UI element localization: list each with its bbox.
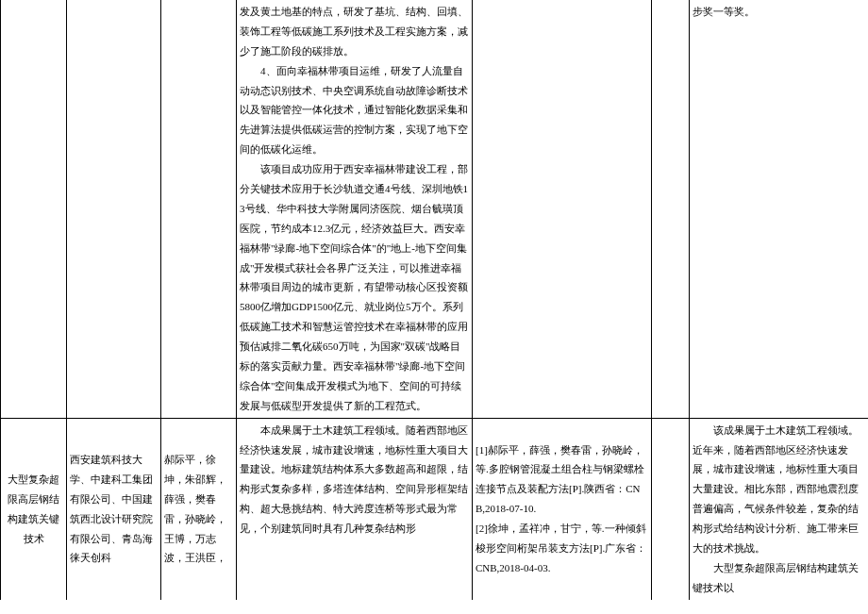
r1-c4-p2: 4、面向幸福林带项目运维，研发了人流量自动动态识别技术、中央空调系统自动故障诊断… — [240, 61, 469, 159]
r2-c7-p2: 大型复杂超限高层钢结构建筑关键技术以 — [693, 558, 865, 598]
cell-r2-c3: 郝际平，徐坤，朱邵辉，薛强，樊春雷，孙晓岭，王博，万志波，王洪臣， — [161, 418, 237, 600]
r2-c2-text: 西安建筑科技大学、中建科工集团有限公司、中国建筑西北设计研究院有限公司、青岛海徕… — [70, 454, 153, 563]
r2-c5-ref1: [1]郝际平，薛强，樊春雷，孙晓岭，等.多腔钢管混凝土组合柱与钢梁螺栓连接节点及… — [476, 444, 644, 515]
cell-r1-c6 — [652, 0, 690, 418]
cell-r2-c4: 本成果属于土木建筑工程领域。随着西部地区经济快速发展，城市建设增速，地标性重大项… — [237, 418, 473, 600]
r1-c7-text: 步奖一等奖。 — [693, 6, 755, 17]
cell-r1-c2 — [67, 0, 161, 418]
cell-r2-c1: 大型复杂超限高层钢结构建筑关键技术 — [1, 418, 67, 600]
r2-c3-text: 郝际平，徐坤，朱邵辉，薛强，樊春雷，孙晓岭，王博，万志波，王洪臣， — [164, 454, 226, 563]
cell-r2-c6 — [652, 418, 690, 600]
r2-c7-p1: 该成果属于土木建筑工程领域。近年来，随着西部地区经济快速发展，城市建设增速，地标… — [693, 421, 865, 558]
r1-c4-p1: 发及黄土地基的特点，研发了基坑、结构、回填、装饰工程等低碳施工系列技术及工程实施… — [240, 6, 468, 57]
cell-r2-c5: [1]郝际平，薛强，樊春雷，孙晓岭，等.多腔钢管混凝土组合柱与钢梁螺栓连接节点及… — [473, 418, 652, 600]
cell-r1-c5 — [473, 0, 652, 418]
r1-c4-p3: 该项目成功应用于西安幸福林带建设工程，部分关键技术应用于长沙轨道交通4号线、深圳… — [240, 159, 469, 416]
cell-r2-c2: 西安建筑科技大学、中建科工集团有限公司、中国建筑西北设计研究院有限公司、青岛海徕… — [67, 418, 161, 600]
cell-r2-c7: 该成果属于土木建筑工程领域。近年来，随着西部地区经济快速发展，城市建设增速，地标… — [690, 418, 869, 600]
cell-r1-c1 — [1, 0, 67, 418]
cell-r1-c7: 步奖一等奖。 — [690, 0, 869, 418]
cell-r1-c4: 发及黄土地基的特点，研发了基坑、结构、回填、装饰工程等低碳施工系列技术及工程实施… — [237, 0, 473, 418]
r2-c1-text: 大型复杂超限高层钢结构建筑关键技术 — [8, 473, 59, 544]
r2-c5-ref2: [2]徐坤，孟祥冲，甘宁，等.一种倾斜梭形空间桁架吊装支方法[P].广东省：CN… — [476, 523, 646, 573]
r2-c4-text: 本成果属于土木建筑工程领域。随着西部地区经济快速发展，城市建设增速，地标性重大项… — [240, 421, 469, 539]
cell-r1-c3 — [161, 0, 237, 418]
